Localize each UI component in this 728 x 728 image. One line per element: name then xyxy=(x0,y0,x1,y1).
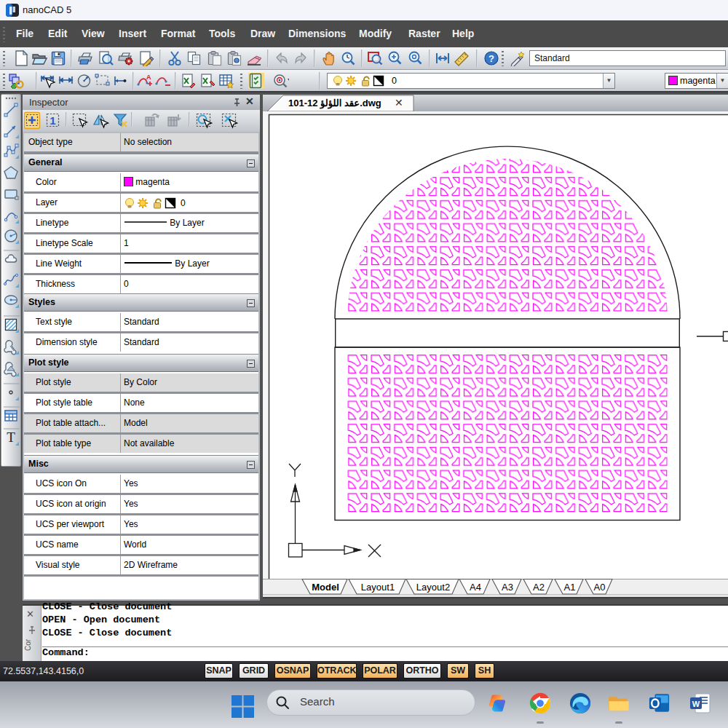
svg-text:A: A xyxy=(146,74,151,81)
svg-text:Layout2: Layout2 xyxy=(416,582,450,593)
svg-text:A2: A2 xyxy=(533,582,545,593)
svg-text:A0: A0 xyxy=(594,582,606,593)
svg-text:A1: A1 xyxy=(564,582,576,593)
svg-text:Model: Model xyxy=(312,582,339,593)
svg-text:?: ? xyxy=(488,53,494,64)
svg-text:A4: A4 xyxy=(470,582,481,593)
svg-text:1: 1 xyxy=(50,114,55,127)
svg-text:W: W xyxy=(692,700,700,708)
svg-text:Layout1: Layout1 xyxy=(361,582,395,593)
svg-text:T: T xyxy=(7,430,15,445)
svg-text:A3: A3 xyxy=(502,582,513,593)
